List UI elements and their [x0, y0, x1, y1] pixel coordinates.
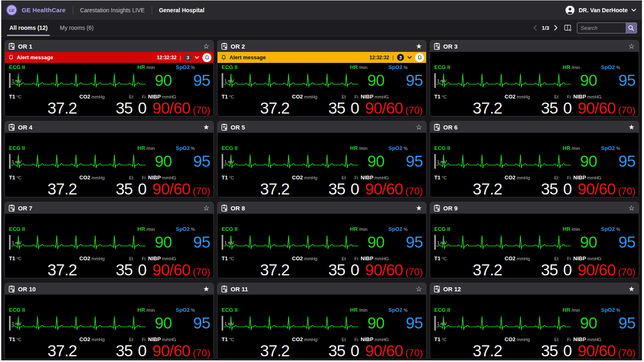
patient-chart-icon — [221, 285, 228, 293]
etco2-value: 35 — [541, 181, 558, 197]
favorite-star-icon[interactable]: ☆ — [203, 43, 209, 50]
fico2-value: 0 — [350, 342, 359, 359]
favorite-star-icon[interactable]: ★ — [416, 43, 422, 50]
room-tile[interactable]: OR 8 ★ ECG II 1 mV HR /min — [217, 202, 426, 278]
room-tile[interactable]: OR 9 ☆ ECG II 1 mV HR /min — [430, 202, 639, 278]
t1-value: 37.2 — [9, 181, 79, 197]
user-menu[interactable]: DR. Van DerHoote — [565, 5, 636, 15]
co2-section: CO2 mmHg Et Fi 35 0 — [505, 336, 573, 359]
room-tile[interactable]: OR 5 ☆ ECG II 1 mV HR /min — [217, 121, 426, 197]
brand-name: GE HealthCare — [22, 7, 66, 13]
room-tile[interactable]: OR 2 ★ Alert message 12:32:32 | 3 — [217, 40, 426, 116]
favorite-star-icon[interactable]: ☆ — [628, 43, 635, 50]
spo2-unit: % — [616, 65, 620, 70]
co2-section: CO2 mmHg Et Fi 35 0 — [79, 255, 148, 278]
favorite-star-icon[interactable]: ★ — [203, 286, 209, 293]
co2-section: CO2 mmHg Et Fi 35 0 — [292, 255, 361, 278]
room-tile[interactable]: OR 6 ★ ECG II 1 mV HR /min — [430, 121, 639, 197]
alert-expand-chevron-icon[interactable] — [195, 56, 199, 59]
page-prev-button[interactable] — [532, 24, 538, 31]
favorite-star-icon[interactable]: ★ — [416, 205, 422, 212]
spo2-section: SpO2 % 95 — [601, 226, 635, 255]
t1-unit: °C — [229, 337, 234, 342]
room-tile[interactable]: OR 10 ★ ECG II 1 mV HR /mi — [4, 283, 214, 359]
nibp-label: NIBP — [148, 336, 161, 342]
search-button[interactable] — [626, 23, 637, 33]
alert-expand-chevron-icon[interactable] — [407, 56, 412, 59]
hr-unit: /min — [572, 227, 580, 232]
page-next-button[interactable] — [553, 24, 559, 31]
hr-unit: /min — [146, 65, 155, 70]
room-tile[interactable]: OR 1 ☆ Alert message 12:32:32 | 3 — [4, 40, 214, 116]
alert-silence-button[interactable] — [415, 53, 424, 62]
nibp-unit: mmHG — [587, 337, 601, 342]
spo2-unit: % — [191, 308, 195, 313]
fico2-value: 0 — [350, 100, 359, 116]
favorite-star-icon[interactable]: ☆ — [203, 205, 209, 212]
spo2-section: SpO2 % 95 — [601, 64, 635, 93]
spo2-label: SpO2 — [388, 64, 402, 70]
favorite-star-icon[interactable]: ☆ — [628, 205, 635, 212]
nibp-label: NIBP — [361, 94, 373, 100]
nibp-label: NIBP — [573, 174, 586, 181]
nibp-unit: mmHG — [375, 94, 389, 99]
hr-label: HR — [350, 307, 358, 313]
spo2-label: SpO2 — [601, 226, 615, 232]
hr-label: HR — [563, 226, 570, 232]
co2-unit: mmHg — [92, 94, 105, 99]
t1-unit: °C — [442, 337, 447, 342]
ecg-scale-bar — [222, 73, 223, 88]
favorite-star-icon[interactable]: ★ — [203, 124, 209, 131]
co2-section: CO2 mmHg Et Fi 35 0 — [505, 94, 573, 116]
nibp-label: NIBP — [148, 94, 161, 100]
room-tile[interactable]: OR 11 ☆ ECG II 1 mV HR /mi — [217, 283, 426, 359]
tab-my-rooms[interactable]: My rooms (6) — [59, 20, 94, 36]
ecg-scale-bar — [9, 154, 11, 169]
t1-value: 37.2 — [222, 342, 292, 359]
alert-silence-button[interactable] — [202, 53, 211, 62]
spo2-value: 95 — [388, 313, 423, 333]
patient-chart-icon — [434, 42, 440, 50]
alert-zone — [218, 133, 426, 144]
favorite-star-icon[interactable]: ★ — [628, 124, 635, 131]
alert-zone — [218, 214, 426, 225]
spo2-unit: % — [616, 146, 620, 151]
t1-label: T1 — [222, 174, 228, 181]
vitals-panel: ECG II 1 mV HR /min 90 Sp — [5, 63, 213, 116]
nibp-value: 90/60 — [578, 261, 616, 278]
layout-settings-icon[interactable] — [564, 25, 572, 31]
search-input[interactable] — [577, 23, 626, 33]
nibp-mean-value: (70) — [405, 266, 423, 278]
alert-time: 12:32:32 — [370, 55, 389, 60]
favorite-star-icon[interactable]: ☆ — [416, 286, 422, 293]
ecg-lead-label: ECG II — [9, 145, 133, 152]
room-tile-header: OR 5 ☆ — [218, 121, 426, 133]
room-tile[interactable]: OR 7 ☆ ECG II 1 mV HR /min — [4, 202, 214, 278]
room-name: OR 1 — [18, 43, 32, 50]
favorite-star-icon[interactable]: ★ — [628, 286, 635, 293]
fico2-value: 0 — [563, 342, 572, 359]
alert-count-badge: 3 — [397, 54, 404, 61]
room-tile[interactable]: OR 12 ★ ECG II 1 mV HR /mi — [430, 283, 639, 359]
spo2-label: SpO2 — [388, 145, 402, 151]
tab-all-rooms[interactable]: All rooms (12) — [9, 20, 48, 36]
ge-logo-icon: GE — [6, 4, 17, 16]
ecg-section: ECG II 1 mV — [222, 226, 346, 255]
et-label: Et — [129, 175, 133, 180]
room-tile[interactable]: OR 4 ★ ECG II 1 mV HR /min — [4, 121, 214, 197]
divider — [73, 6, 73, 14]
room-name: OR 9 — [443, 205, 458, 212]
room-tile-header: OR 2 ★ — [218, 40, 426, 52]
alert-zone — [430, 52, 639, 63]
et-label: Et — [341, 256, 346, 261]
t1-label: T1 — [222, 255, 228, 261]
etco2-value: 35 — [541, 261, 558, 278]
et-label: Et — [554, 175, 558, 180]
ecg-section: ECG II 1 mV — [434, 145, 559, 174]
etco2-value: 35 — [328, 100, 345, 116]
spo2-section: SpO2 % 95 — [601, 145, 635, 174]
nibp-value: 90/60 — [578, 342, 616, 359]
favorite-star-icon[interactable]: ☆ — [416, 124, 422, 131]
room-name: OR 12 — [443, 286, 461, 293]
room-tile[interactable]: OR 3 ☆ ECG II 1 mV HR /min — [430, 40, 639, 116]
